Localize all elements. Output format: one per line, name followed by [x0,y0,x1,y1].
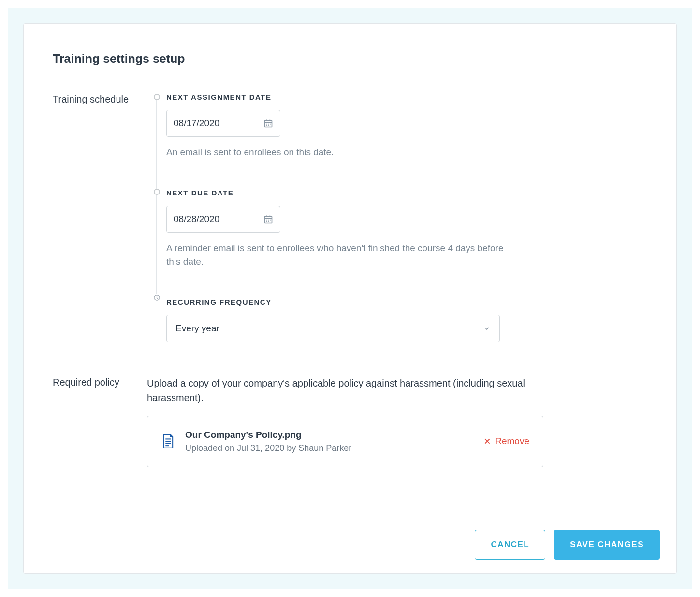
file-meta: Uploaded on Jul 31, 2020 by Shaun Parker [185,443,351,453]
page-title: Training settings setup [53,52,647,66]
card-footer: CANCEL SAVE CHANGES [24,516,676,573]
timeline-line [156,100,157,189]
due-date-helper: A reminder email is sent to enrollees wh… [166,241,505,269]
frequency-select[interactable]: Every year [166,315,500,342]
due-date-label: NEXT DUE DATE [166,189,647,197]
svg-rect-9 [270,124,271,125]
assignment-date-label: NEXT ASSIGNMENT DATE [166,93,647,101]
uploaded-file-card: Our Company's Policy.png Uploaded on Jul… [147,416,543,467]
save-button[interactable]: SAVE CHANGES [554,530,660,560]
frequency-selected-value: Every year [175,323,219,334]
timeline-line [156,195,157,294]
svg-rect-17 [268,221,269,222]
svg-rect-18 [270,219,271,220]
required-policy-content: Upload a copy of your company's applicab… [147,376,647,467]
assignment-date-value: 08/17/2020 [174,118,219,129]
remove-file-label: Remove [495,436,529,447]
required-policy-label: Required policy [53,376,147,388]
due-date-value: 08/28/2020 [174,214,219,224]
frequency-step: RECURRING FREQUENCY Every year [166,298,647,342]
file-text-block: Our Company's Policy.png Uploaded on Jul… [185,430,351,453]
timeline-steps: NEXT ASSIGNMENT DATE 08/17/2020 An email… [166,93,647,342]
document-icon [161,433,175,449]
due-date-step: NEXT DUE DATE 08/28/2020 A reminder emai… [166,189,647,269]
assignment-date-step: NEXT ASSIGNMENT DATE 08/17/2020 An email… [166,93,647,160]
settings-card: Training settings setup Training schedul… [23,23,677,574]
assignment-date-input[interactable]: 08/17/2020 [166,110,280,137]
close-icon [483,437,491,445]
svg-rect-7 [266,125,267,126]
timeline: NEXT ASSIGNMENT DATE 08/17/2020 An email… [147,93,647,342]
file-name: Our Company's Policy.png [185,430,351,440]
training-schedule-content: NEXT ASSIGNMENT DATE 08/17/2020 An email… [147,93,647,342]
clock-icon [153,294,160,301]
chevron-down-icon [483,325,491,332]
spacer [166,269,647,298]
window-frame: Training settings setup Training schedul… [0,0,700,597]
required-policy-section: Required policy Upload a copy of your co… [53,376,647,467]
spacer [166,160,647,189]
training-schedule-label: Training schedule [53,93,147,105]
timeline-dot-icon [154,189,160,195]
timeline-dot-icon [154,94,160,100]
training-schedule-section: Training schedule [53,93,647,342]
due-date-input[interactable]: 08/28/2020 [166,206,280,233]
svg-rect-8 [268,125,269,126]
cancel-button[interactable]: CANCEL [475,530,545,560]
file-info: Our Company's Policy.png Uploaded on Jul… [161,430,351,453]
svg-rect-14 [266,219,267,220]
policy-description: Upload a copy of your company's applicab… [147,376,539,405]
timeline-rail [147,93,166,342]
svg-rect-16 [266,221,267,222]
svg-rect-15 [268,219,269,220]
card-body: Training settings setup Training schedul… [24,24,676,516]
svg-rect-5 [266,124,267,125]
page-background: Training settings setup Training schedul… [8,8,692,589]
frequency-label: RECURRING FREQUENCY [166,298,647,306]
remove-file-button[interactable]: Remove [483,436,529,447]
svg-rect-6 [268,124,269,125]
calendar-icon [263,214,273,224]
calendar-icon [263,119,273,128]
assignment-date-helper: An email is sent to enrollees on this da… [166,146,505,160]
